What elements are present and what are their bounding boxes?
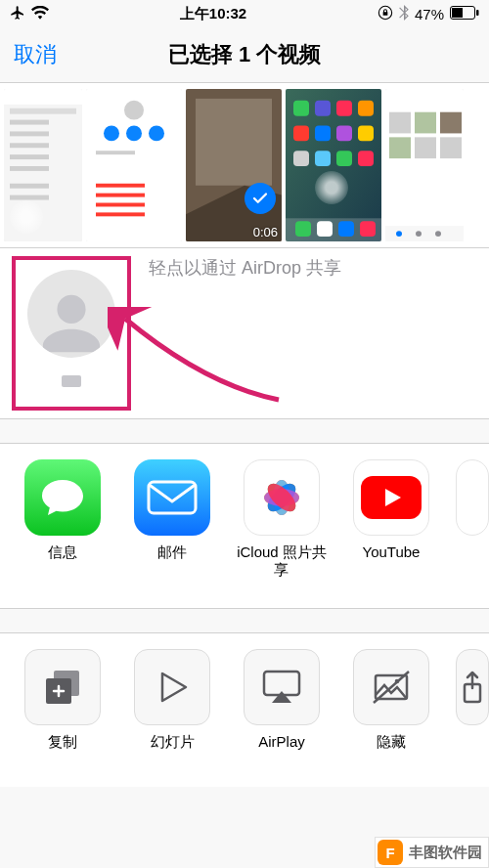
annotation-highlight-box [12,256,131,411]
svg-rect-21 [96,194,145,197]
status-time: 上午10:32 [180,5,246,23]
cancel-button[interactable]: 取消 [14,40,57,69]
watermark-text: 丰图软件园 [409,844,482,862]
svg-rect-8 [10,131,49,136]
svg-rect-47 [415,112,436,134]
svg-point-18 [149,126,164,142]
svg-rect-13 [10,195,49,200]
svg-point-16 [104,126,119,142]
copy-icon [40,665,85,710]
svg-rect-9 [10,143,49,148]
youtube-icon [361,476,422,519]
share-app-mail[interactable]: 邮件 [127,459,217,600]
svg-rect-37 [315,151,331,166]
svg-rect-10 [10,154,49,159]
svg-rect-48 [440,112,462,134]
svg-rect-50 [415,137,436,158]
svg-point-55 [435,231,441,237]
svg-rect-23 [96,212,145,216]
hide-icon [368,668,415,707]
battery-icon [450,6,479,22]
svg-rect-3 [476,10,479,16]
action-label: AirPlay [258,733,305,750]
airplay-icon [260,668,303,707]
svg-rect-11 [10,166,49,171]
action-label: 幻灯片 [151,733,195,752]
svg-rect-38 [336,151,352,166]
svg-point-15 [124,101,144,120]
share-app-icloud-photo[interactable]: iCloud 照片共 享 [237,459,327,600]
svg-rect-22 [96,203,145,207]
svg-rect-29 [315,101,331,116]
bluetooth-icon [399,5,409,23]
assistive-touch-icon [10,200,43,234]
svg-point-54 [416,231,422,237]
share-app-messages[interactable]: 信息 [18,459,108,600]
svg-rect-35 [358,126,374,142]
check-icon [244,183,276,214]
status-bar: 上午10:32 47% [0,0,489,27]
mail-icon [147,480,198,515]
svg-rect-45 [385,89,464,241]
app-label: YouTube [363,543,421,561]
orientation-lock-icon [378,5,393,23]
svg-point-17 [126,126,142,142]
svg-rect-42 [317,221,333,237]
svg-rect-19 [96,151,135,154]
svg-rect-46 [389,112,411,134]
svg-rect-6 [10,108,76,114]
svg-rect-33 [315,126,331,142]
video-duration: 0:06 [253,225,278,239]
share-icon [463,671,482,704]
watermark: F 丰图软件园 [375,837,489,868]
svg-rect-41 [295,221,311,237]
nav-bar: 取消 已选择 1 个视频 [0,27,489,82]
media-thumb[interactable] [4,89,82,241]
svg-rect-12 [10,184,49,189]
svg-rect-56 [149,482,196,513]
messages-icon [39,476,86,519]
assistive-touch-icon [315,171,348,204]
svg-rect-28 [293,101,309,116]
airplane-mode-icon [10,5,25,23]
watermark-logo: F [378,840,403,865]
airdrop-contact-label [16,375,127,387]
media-thumb-selected[interactable]: 0:06 [186,89,282,241]
assistive-touch-icon [395,181,428,214]
svg-rect-7 [10,120,49,125]
svg-rect-31 [358,101,374,116]
svg-rect-49 [389,137,411,158]
annotation-arrow [108,307,284,414]
action-airplay[interactable]: AirPlay [237,649,327,779]
media-thumb[interactable] [286,89,381,241]
media-thumb[interactable] [86,89,182,241]
svg-rect-43 [338,221,354,237]
action-more[interactable] [456,649,489,779]
svg-rect-32 [293,126,309,142]
svg-point-53 [396,231,402,237]
page-title: 已选择 1 个视频 [0,40,489,69]
action-label: 复制 [48,733,77,752]
share-apps-row: 信息 邮件 iCloud 照片共 享 [0,443,489,609]
svg-rect-20 [96,184,145,188]
airdrop-contact[interactable] [27,270,115,358]
share-app-youtube[interactable]: YouTube [346,459,436,600]
svg-rect-39 [358,151,374,166]
action-copy[interactable]: 复制 [18,649,108,779]
svg-rect-36 [293,151,309,166]
svg-rect-2 [452,8,463,18]
share-app-more[interactable] [456,459,489,600]
media-thumb[interactable] [385,89,464,241]
svg-rect-51 [440,137,462,158]
action-hide[interactable]: 隐藏 [346,649,436,779]
svg-rect-25 [196,99,272,186]
app-label: 信息 [48,543,77,561]
actions-row: 复制 幻灯片 AirPlay 隐藏 [0,632,489,787]
action-label: 隐藏 [377,733,406,752]
action-slideshow[interactable]: 幻灯片 [127,649,217,779]
photos-flower-icon [255,471,308,524]
svg-rect-44 [360,221,376,237]
person-silhouette-icon [37,289,106,358]
airdrop-section: 轻点以通过 AirDrop 共享 [0,248,489,419]
play-icon [153,668,192,707]
